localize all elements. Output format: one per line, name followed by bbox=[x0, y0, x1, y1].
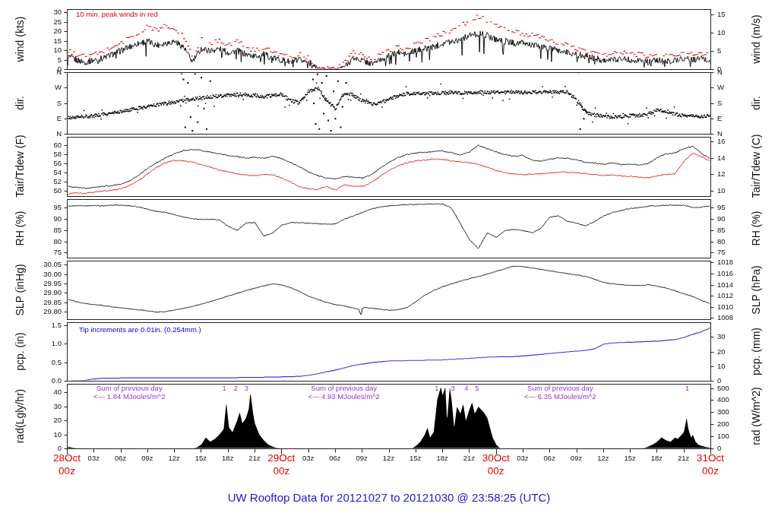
chart-canvas bbox=[0, 0, 778, 532]
chart-title: UW Rooftop Data for 20121027 to 20121030… bbox=[0, 491, 778, 504]
meteogram-figure: 051015202530051015wind (kts)wind (m/s)NE… bbox=[0, 0, 778, 532]
